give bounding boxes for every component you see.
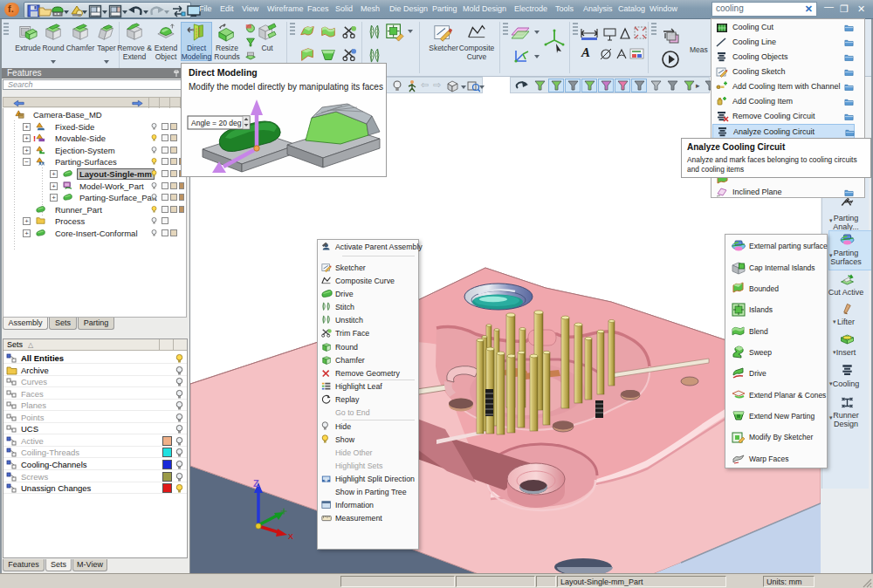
svg-text:Z: Z xyxy=(253,478,259,489)
svg-text:Angle = 20 deg: Angle = 20 deg xyxy=(191,119,242,127)
svg-text:X: X xyxy=(288,532,293,541)
